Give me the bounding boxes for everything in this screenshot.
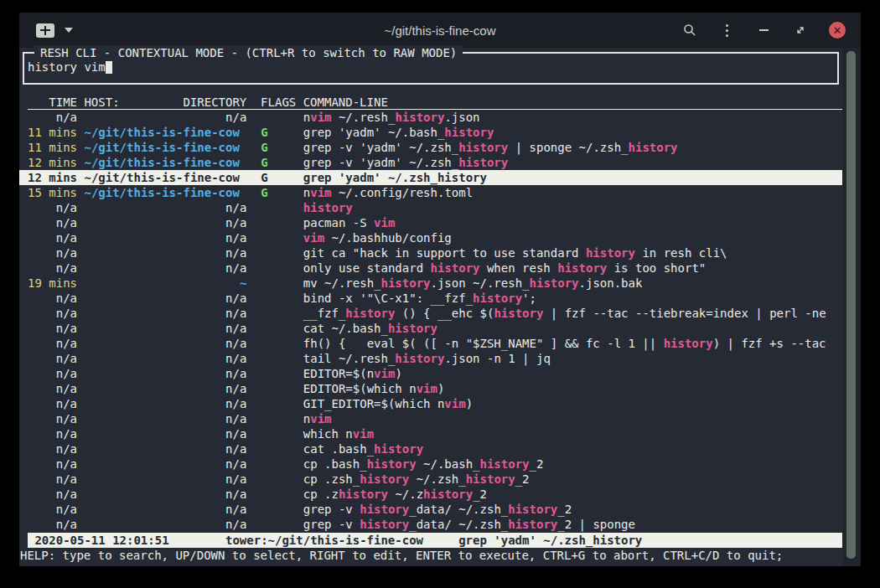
- history-row[interactable]: n/a n/a only use standard history when r…: [19, 260, 842, 276]
- terminal-content: RESH CLI - CONTEXTUAL MODE - (CTRL+R to …: [19, 48, 842, 566]
- resh-mode-title: RESH CLI - CONTEXTUAL MODE - (CTRL+R to …: [34, 45, 463, 60]
- close-icon[interactable]: ✕: [829, 22, 846, 39]
- col-command: COMMAND-LINE: [303, 95, 388, 110]
- col-host: HOST:: [84, 95, 119, 110]
- history-rows: n/a n/a nvim ~/.resh_history.json11 mins…: [19, 110, 842, 532]
- history-row[interactable]: n/a n/a bind -x '"\C-x1": __fzf_history'…: [19, 291, 842, 306]
- history-row[interactable]: n/a n/a which nvim: [19, 426, 842, 441]
- history-row[interactable]: n/a n/a cp .bash_history ~/.bash_history…: [19, 456, 842, 472]
- status-date: 2020-05-11 12:01:51: [34, 534, 168, 547]
- history-row[interactable]: 12 mins ~/git/this-is-fine-cow G grep 'y…: [19, 170, 842, 185]
- history-row[interactable]: n/a n/a grep -v history_data/ ~/.zsh_his…: [19, 502, 842, 517]
- new-tab-icon[interactable]: [36, 23, 54, 38]
- col-flags: FLAGS: [254, 95, 297, 110]
- status-bar: 2020-05-11 12:01:51tower:~/git/this-is-f…: [28, 533, 843, 548]
- history-row[interactable]: n/a n/a fh() { eval $( ([ -n "$ZSH_NAME"…: [19, 336, 842, 351]
- text-cursor: [106, 61, 112, 74]
- history-row[interactable]: n/a n/a __fzf_history () { __ehc $(histo…: [19, 306, 842, 321]
- history-row[interactable]: 12 mins ~/git/this-is-fine-cow G grep -v…: [19, 155, 842, 170]
- col-time: TIME: [28, 95, 77, 110]
- history-row[interactable]: n/a n/a grep -v history_data/ ~/.zsh_his…: [19, 517, 842, 532]
- history-row[interactable]: 19 mins ~ mv ~/.resh_history.json ~/.res…: [19, 276, 842, 291]
- scrollbar-track[interactable]: [842, 48, 861, 566]
- history-row[interactable]: n/a n/a tail ~/.resh_history.json -n 1 |…: [19, 351, 842, 366]
- history-row[interactable]: n/a n/a EDITOR=$(which nvim): [19, 381, 842, 396]
- minimize-icon[interactable]: [755, 22, 772, 39]
- history-row[interactable]: n/a n/a pacman -S vim: [19, 215, 842, 230]
- menu-kebab-icon[interactable]: [718, 22, 735, 39]
- history-row[interactable]: n/a n/a nvim: [19, 411, 842, 426]
- history-row[interactable]: n/a n/a cat .bash_history: [19, 441, 842, 456]
- history-row[interactable]: n/a n/a nvim ~/.resh_history.json: [19, 110, 842, 125]
- status-command: grep 'yadm' ~/.zsh_history: [458, 533, 642, 548]
- search-icon[interactable]: [681, 22, 698, 39]
- history-row[interactable]: n/a n/a GIT_EDITOR=$(which nvim): [19, 396, 842, 411]
- chevron-down-icon[interactable]: [65, 28, 73, 33]
- col-directory: DIRECTORY: [183, 95, 246, 110]
- history-row[interactable]: 15 mins ~/git/this-is-fine-cow G nvim ~/…: [19, 185, 842, 200]
- restore-icon[interactable]: [792, 22, 809, 39]
- history-row[interactable]: n/a n/a EDITOR=$(nvim): [19, 366, 842, 381]
- history-row[interactable]: 11 mins ~/git/this-is-fine-cow G grep -v…: [19, 140, 842, 155]
- table-header: TIMEHOST:DIRECTORYFLAGSCOMMAND-LINE: [28, 95, 842, 110]
- resh-search-box[interactable]: RESH CLI - CONTEXTUAL MODE - (CTRL+R to …: [23, 52, 839, 85]
- history-row[interactable]: n/a n/a vim ~/.bashhub/config: [19, 230, 842, 245]
- terminal-window: ~/git/this-is-fine-cow ✕ RESH CLI -: [19, 13, 861, 566]
- titlebar: ~/git/this-is-fine-cow ✕: [19, 13, 861, 48]
- history-row[interactable]: n/a n/a cp .zsh_history ~/.zsh_history_2: [19, 472, 842, 487]
- history-row[interactable]: n/a n/a cat ~/.bash_history: [19, 321, 842, 336]
- status-location: tower:~/git/this-is-fine-cow: [225, 533, 423, 548]
- history-row[interactable]: n/a n/a cp .zhistory ~/.zhistory_2: [19, 487, 842, 502]
- history-row[interactable]: n/a n/a history: [19, 200, 842, 215]
- scrollbar-thumb[interactable]: [846, 51, 856, 559]
- history-row[interactable]: n/a n/a git ca "hack in support to use s…: [19, 245, 842, 260]
- help-line: HELP: type to search, UP/DOWN to select,…: [20, 548, 842, 563]
- history-row[interactable]: 11 mins ~/git/this-is-fine-cow G grep 'y…: [19, 125, 842, 140]
